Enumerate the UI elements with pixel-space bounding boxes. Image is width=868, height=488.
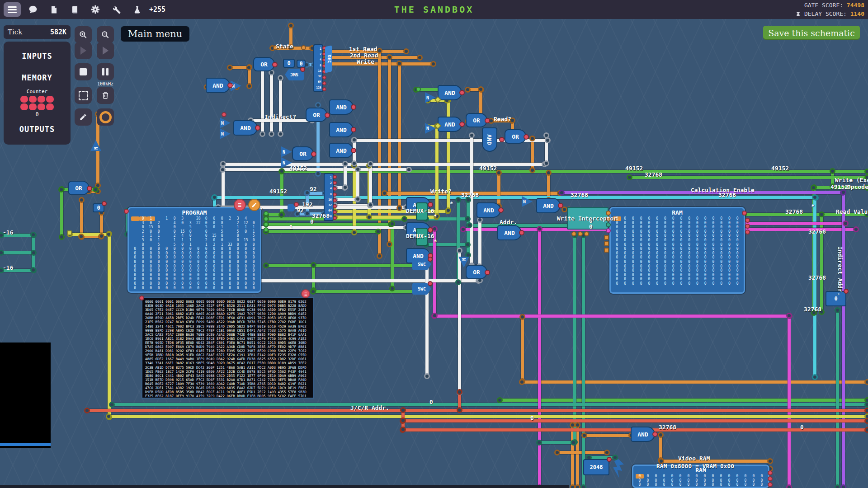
memory-cell[interactable]: 0 <box>701 277 709 282</box>
memory-cell[interactable]: 0 <box>621 255 629 260</box>
memory-cell[interactable]: 0 <box>147 286 155 291</box>
wire-yellow[interactable] <box>108 233 111 418</box>
hex-panel-button[interactable]: ≡ <box>301 289 310 298</box>
memory-cell[interactable]: 0 <box>709 221 717 225</box>
memory-cell[interactable]: 0 <box>194 247 203 251</box>
memory-cell[interactable]: 0 <box>139 255 147 260</box>
memory-cell[interactable]: 0 <box>676 483 684 487</box>
memory-cell[interactable]: 2 <box>210 243 218 247</box>
memory-cell[interactable]: 5 <box>203 225 211 230</box>
memory-cell[interactable]: 0 <box>613 260 621 264</box>
memory-cell[interactable]: 0 <box>250 260 258 264</box>
memory-cell[interactable]: 0 <box>637 260 645 264</box>
memory-cell[interactable]: 0 <box>139 286 147 291</box>
wire-orange[interactable] <box>583 434 632 437</box>
memory-cell[interactable]: 0 <box>171 264 179 269</box>
memory-cell[interactable]: 0 <box>669 216 677 221</box>
wire-orange[interactable] <box>521 316 524 382</box>
memory-cell[interactable]: 0 <box>693 255 702 260</box>
memory-cell[interactable]: 0 <box>685 230 693 234</box>
memory-cell[interactable]: 0 <box>621 247 629 251</box>
memory-cell[interactable]: 0 <box>139 282 147 286</box>
memory-cell[interactable]: 0 <box>613 282 621 286</box>
connector-pin-green[interactable] <box>416 87 421 92</box>
memory-cell[interactable]: 0 <box>709 225 717 230</box>
memory-cell[interactable]: 0 <box>669 243 677 247</box>
memory-cell[interactable]: 0 <box>194 286 203 291</box>
memory-cell[interactable]: 0 <box>709 273 717 277</box>
memory-cell[interactable]: 0 <box>677 277 685 282</box>
memory-cell[interactable]: 0 <box>179 273 187 277</box>
memory-cell[interactable]: 0 <box>733 230 741 234</box>
memory-cell[interactable]: 0 <box>187 230 195 234</box>
hex-dump-panel[interactable]: 0000 0001 0001 0002 0003 0005 0008 000D … <box>142 297 314 399</box>
memory-cell[interactable]: 0 <box>676 479 684 483</box>
memory-cell[interactable]: 0 <box>644 474 652 479</box>
memory-cell[interactable]: 0 <box>645 251 653 256</box>
gate-output-pin[interactable] <box>499 137 505 142</box>
memory-cell[interactable]: 0 <box>147 273 155 277</box>
memory-cell[interactable] <box>179 225 187 230</box>
memory-cell[interactable]: 0 <box>726 234 734 238</box>
memory-cell[interactable]: 0 <box>250 251 258 256</box>
memory-cell[interactable]: 0 <box>210 251 218 256</box>
memory-cell[interactable]: 1 <box>155 238 163 243</box>
memory-cell[interactable]: 0 <box>203 255 211 260</box>
memory-cell[interactable]: 0 <box>194 277 203 282</box>
value-box[interactable]: 2048 <box>583 459 609 475</box>
memory-cell[interactable]: 0 <box>652 483 660 487</box>
memory-cell[interactable]: 0 <box>179 264 187 269</box>
memory-cell[interactable] <box>131 225 139 230</box>
memory-cell[interactable]: 0 <box>733 238 741 243</box>
memory-cell[interactable]: 0 <box>187 286 195 291</box>
memory-cell[interactable]: 0 <box>147 230 155 234</box>
memory-cell[interactable]: 1 <box>147 216 155 221</box>
memory-cell[interactable]: 2 <box>226 216 234 221</box>
memory-cell[interactable]: 0 <box>669 282 677 286</box>
decoder-pin[interactable] <box>333 210 337 214</box>
memory-cell[interactable]: 0 <box>685 243 693 247</box>
memory-cell[interactable]: 0 <box>629 234 637 238</box>
memory-cell[interactable]: 0 <box>171 260 179 264</box>
wire-white[interactable] <box>356 168 359 200</box>
wire-white[interactable] <box>458 249 461 393</box>
memory-cell[interactable]: 0 <box>131 260 139 264</box>
memory-cell[interactable]: 0 <box>250 264 258 269</box>
memory-cell[interactable]: 0 <box>660 483 668 487</box>
memory-cell[interactable]: 0 <box>693 251 702 256</box>
memory-cell[interactable]: 0 <box>250 243 258 247</box>
zoom-out-button[interactable] <box>97 26 114 43</box>
logic-gate-or[interactable]: OR <box>505 129 526 144</box>
connector-pin-red[interactable] <box>745 224 750 229</box>
memory-cell[interactable]: 0 <box>661 230 670 234</box>
zoom-in-button[interactable] <box>75 26 92 43</box>
memory-cell[interactable] <box>194 238 203 243</box>
video-monitor-screen[interactable] <box>0 343 51 448</box>
memory-cell[interactable]: 0 <box>613 243 621 247</box>
memory-cell[interactable]: 0 <box>661 225 670 230</box>
memory-cell[interactable]: 0 <box>242 243 250 247</box>
wire-white[interactable] <box>425 252 429 377</box>
memory-cell[interactable]: 0 <box>131 255 139 260</box>
memory-cell[interactable]: 0 <box>726 255 734 260</box>
memory-cell[interactable]: 1 <box>203 243 211 247</box>
memory-cell[interactable]: 0 <box>194 251 203 256</box>
memory-cell[interactable]: 0 <box>636 479 644 483</box>
memory-cell[interactable]: 0 <box>669 273 677 277</box>
memory-cell[interactable]: 0 <box>733 247 741 251</box>
memory-cell[interactable]: 0 <box>187 251 195 256</box>
memory-cell[interactable]: 0 <box>661 243 670 247</box>
memory-cell[interactable]: 0 <box>685 268 693 273</box>
memory-cell[interactable] <box>163 234 171 238</box>
memory-cell[interactable]: 0 <box>234 273 242 277</box>
memory-cell[interactable]: 1 <box>179 238 187 243</box>
memory-cell[interactable]: 0 <box>234 286 242 291</box>
memory-cell[interactable]: 0 <box>726 238 734 243</box>
logic-gate-and[interactable]: AND <box>497 225 522 240</box>
memory-cell[interactable]: 0 <box>242 251 250 256</box>
memory-cell[interactable]: 0 <box>155 260 163 264</box>
value-box[interactable]: 0 <box>283 59 295 68</box>
memory-cell[interactable]: 2 <box>171 234 179 238</box>
memory-cell[interactable]: 0 <box>709 238 717 243</box>
memory-cell[interactable]: 0 <box>701 234 709 238</box>
